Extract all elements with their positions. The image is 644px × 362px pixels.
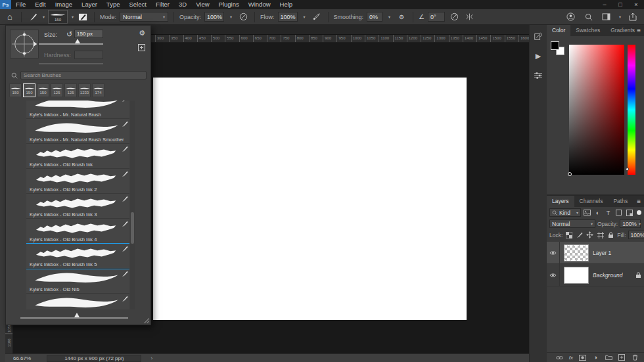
color-picker-cursor[interactable] [568,172,572,176]
filter-smart-object-icon[interactable] [625,208,633,217]
panel-tab[interactable]: Channels [574,196,609,207]
menu-item[interactable]: Image [51,0,77,9]
panel-menu-icon[interactable]: ≡ [633,25,644,36]
saturation-brightness-field[interactable] [569,45,624,175]
visibility-eye-icon[interactable] [547,264,560,286]
layer-fill-field[interactable]: 100% ▾ [628,231,644,239]
recent-brush-tile[interactable]: 125 [64,83,77,97]
size-slider-thumb[interactable] [75,39,80,43]
new-layer-icon[interactable] [618,353,626,361]
scrollbar-thumb[interactable] [131,212,134,244]
close-button[interactable]: × [628,0,644,9]
brush-list-item[interactable]: Kyle's Inkbox - Old Brush Ink [26,144,129,169]
pressure-opacity-icon[interactable] [237,11,249,23]
chevron-down-icon[interactable]: ▾ [228,14,234,19]
menu-item[interactable]: Window [244,0,275,9]
toggle-brush-settings-panel-icon[interactable] [77,11,89,23]
brush-list-item[interactable]: Kyle's Inkbox - Old Nib [26,269,129,294]
size-input[interactable] [74,30,103,38]
pressure-size-icon[interactable] [448,11,460,23]
filtering-toggle[interactable] [637,210,641,215]
brush-list-scrollbar[interactable] [130,101,135,309]
panel-menu-icon[interactable]: ≡ [633,196,644,207]
layer-opacity-field[interactable]: 100% ▾ [620,219,641,228]
preview-size-slider[interactable] [20,317,128,319]
filter-image-layers-icon[interactable] [583,208,591,217]
layer-thumbnail[interactable] [564,244,589,261]
menu-item[interactable]: Select [124,0,150,9]
canvas[interactable] [153,78,467,320]
photoshop-logo[interactable]: Ps [0,0,11,9]
lock-position-icon[interactable] [586,231,594,239]
filter-adjustment-layers-icon[interactable]: ◐ [593,208,602,217]
menu-item[interactable]: Type [102,0,125,9]
flow-field[interactable]: 100% [278,12,298,22]
filter-kind-select[interactable]: Kind ▾ [549,208,581,217]
layer-effects-icon[interactable]: fx [569,355,573,361]
chevron-down-icon[interactable]: ▾ [302,14,308,19]
foreground-color-swatch[interactable] [551,41,559,50]
lock-artboard-icon[interactable] [596,231,605,239]
brush-tip-angle-editor[interactable] [10,30,39,58]
new-group-icon[interactable] [605,353,612,361]
brush-list-item[interactable]: Kyle's Inkbox - Old Brush Ink 2 [26,169,129,194]
zoom-level[interactable]: 66.67% [5,355,37,361]
foreground-background-swatches[interactable] [551,41,566,57]
recent-brush-tile[interactable]: 150 [23,83,35,97]
panel-tab[interactable]: Swatches [570,25,605,36]
brush-tool-icon[interactable] [27,11,39,23]
brush-list-item[interactable]: Kyle's Inkbox - Mr. Natural Brush [26,101,129,119]
filter-shape-layers-icon[interactable] [614,208,623,217]
brush-search-input[interactable] [20,71,147,79]
brush-list-item[interactable]: Kyle's Inkbox - Old Brush Ink 5 [26,244,129,269]
account-icon[interactable] [565,11,577,23]
chevron-down-icon[interactable]: ▾ [72,14,74,19]
preview-slider-thumb[interactable] [74,313,80,317]
properties-panel-icon[interactable] [532,70,544,81]
brush-angle-field[interactable]: 0° [428,12,445,22]
recent-brush-tile[interactable]: 174 [92,83,104,97]
status-chevron-icon[interactable]: › [150,355,152,361]
document-info[interactable]: 1440 px x 900 px (72 ppi) [47,355,141,362]
history-panel-icon[interactable] [532,30,544,42]
menu-item[interactable]: Plugins [214,0,244,9]
menu-item[interactable]: View [191,0,214,9]
brush-list-item[interactable]: Kyle's Inkbox - Old Brush Ink 4 [26,219,129,244]
brush-list-item[interactable] [26,294,129,309]
brush-preset-picker[interactable]: 150 [48,10,68,24]
search-icon[interactable] [583,11,595,23]
chevron-down-icon[interactable]: ▾ [43,14,45,19]
paint-symmetry-icon[interactable] [463,11,475,23]
layer-thumbnail[interactable] [564,267,589,284]
recent-brush-tile[interactable]: 125 [51,83,63,97]
new-adjustment-layer-icon[interactable]: ◑ [591,353,599,361]
chevron-down-icon[interactable]: ▾ [386,14,392,19]
size-slider[interactable] [39,43,103,45]
chevron-down-icon[interactable]: ▾ [619,14,621,19]
brush-list-item[interactable]: Kyle's Inkbox - Old Brush Ink 3 [26,194,129,219]
reset-size-icon[interactable]: ↺ [66,30,72,39]
minimize-button[interactable]: – [597,0,612,9]
add-layer-mask-icon[interactable] [578,353,586,361]
lock-all-icon[interactable] [607,231,615,239]
layer-blend-mode-select[interactable]: Normal ▾ [549,219,595,228]
workspace-switcher-icon[interactable] [601,11,612,23]
hue-slider[interactable] [628,45,635,175]
airbrush-icon[interactable] [311,11,323,23]
smoothing-options-gear-icon[interactable]: ⚙ [396,11,407,23]
lock-image-pixels-icon[interactable] [575,231,584,239]
restore-button[interactable]: □ [612,0,628,9]
share-icon[interactable] [627,11,639,23]
visibility-eye-icon[interactable] [547,242,560,263]
lock-transparent-pixels-icon[interactable] [564,231,573,239]
recent-brush-tile[interactable]: 150 [9,83,22,97]
menu-item[interactable]: Help [275,0,298,9]
brush-list-item[interactable]: Kyle's Inkbox - Mr. Natural Brush Smooth… [26,119,129,144]
menu-item[interactable]: Edit [30,0,50,9]
layer-row[interactable]: Layer 1 [547,242,644,264]
panel-resize-grip[interactable] [144,318,149,323]
menu-item[interactable]: File [11,0,30,9]
smoothing-field[interactable]: 0% [367,12,382,22]
new-brush-icon[interactable] [138,44,145,51]
menu-item[interactable]: 3D [174,0,191,9]
